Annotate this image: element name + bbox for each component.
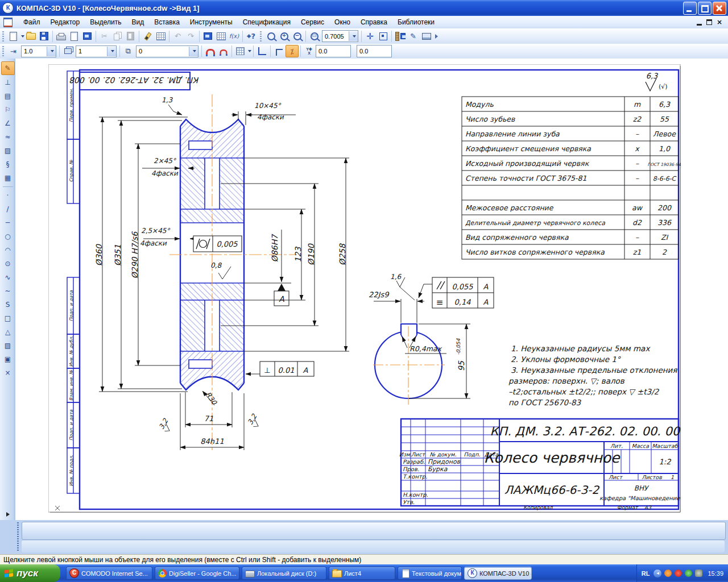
save-icon[interactable] — [38, 30, 51, 43]
toolbar-overflow-icon[interactable] — [435, 34, 438, 39]
restore-button[interactable] — [698, 2, 712, 15]
property-bar-row1[interactable] — [22, 522, 726, 540]
fx-icon[interactable]: f(x) — [228, 30, 241, 43]
parametric-icon[interactable]: ≈ — [2, 131, 14, 143]
cut-icon[interactable]: ✂ — [98, 30, 111, 43]
toolbar-grip[interactable] — [2, 31, 4, 41]
dimensions-icon[interactable]: ⊥ — [2, 76, 14, 89]
format-brush-icon[interactable] — [141, 30, 154, 43]
variables-icon[interactable] — [214, 30, 228, 43]
spec-icon[interactable]: ▦ — [2, 172, 14, 184]
taskbar-button-local-disk[interactable]: Локальный диск (D:) — [242, 567, 326, 580]
stamp-doc-number[interactable]: КП. ДМ. 32. АТ-262. 02. 00. 008 — [69, 76, 199, 85]
menu-libraries[interactable]: Библиотеки — [392, 17, 440, 27]
style-sheet-icon[interactable]: ⧉ — [122, 45, 135, 57]
spline-tool-icon[interactable]: S — [2, 298, 14, 311]
menu-tools[interactable]: Инструменты — [185, 17, 238, 27]
property-bar-grip[interactable] — [17, 522, 19, 552]
drawing-canvas[interactable]: Перв. примен. Справ. № Подп. и дата Инв.… — [15, 59, 728, 520]
screen-icon[interactable] — [420, 30, 433, 43]
angle-snap-icon[interactable]: ⁒ — [286, 45, 299, 57]
ellipse-tool-icon[interactable]: ⊙ — [2, 257, 14, 270]
annotation-icon[interactable]: ▤ — [2, 90, 14, 102]
rect-tool-icon[interactable]: □ — [2, 312, 14, 325]
step-combo[interactable]: 1.0 — [21, 45, 56, 57]
ortho-icon[interactable] — [272, 45, 286, 57]
layer-combo[interactable]: 1 — [76, 45, 117, 57]
open-icon[interactable] — [24, 30, 38, 43]
menu-select[interactable]: Выделить — [85, 17, 126, 27]
language-indicator[interactable]: RL — [642, 570, 650, 577]
pattern-tool-icon[interactable]: × — [2, 367, 14, 379]
coord-x-field[interactable]: 0.0 — [357, 45, 392, 57]
edit-pencil-icon[interactable]: ✎ — [407, 30, 420, 43]
redo-icon[interactable]: ↷ — [184, 30, 197, 43]
menu-file[interactable]: Файл — [18, 17, 46, 27]
print-icon[interactable] — [55, 30, 68, 43]
taskbar-button-list4[interactable]: Лист4 — [329, 567, 395, 580]
scale-combo[interactable]: 0.7005 — [322, 30, 358, 42]
symbols-icon[interactable]: ⚐ — [2, 103, 14, 116]
mdi-restore-icon[interactable] — [706, 19, 712, 25]
point-tool-icon[interactable]: · — [2, 189, 14, 202]
circle-tool-icon[interactable]: ○ — [2, 230, 14, 243]
style-combo[interactable]: 0 — [136, 45, 198, 57]
geometry-icon[interactable]: ✎ — [1, 61, 15, 75]
snap-magnet-icon[interactable] — [204, 45, 217, 57]
scale-dropdown-icon[interactable] — [349, 31, 358, 41]
window-manager-icon[interactable] — [201, 30, 214, 43]
polygon-tool-icon[interactable]: △ — [2, 326, 14, 338]
panel-expand-icon[interactable] — [6, 512, 10, 517]
edit-part-icon[interactable]: ∠ — [2, 117, 14, 130]
toolbar-grip[interactable] — [260, 31, 262, 41]
tray-icon-4[interactable] — [695, 569, 702, 577]
property-bar-row2[interactable] — [22, 541, 725, 552]
taskbar-button-comodo[interactable]: C COMODO Internet Se... — [66, 567, 152, 580]
coord-y-field[interactable]: 0.0 — [316, 45, 351, 57]
minimize-button[interactable] — [683, 2, 697, 15]
zoom-icon[interactable] — [264, 30, 278, 43]
start-button[interactable]: пуск — [0, 564, 60, 582]
menu-specification[interactable]: Спецификация — [238, 17, 296, 27]
pan-icon[interactable]: ✛ — [363, 30, 377, 43]
aux-line-tool-icon[interactable]: / — [2, 203, 14, 215]
send-view-icon[interactable] — [81, 30, 94, 43]
measure-icon[interactable] — [394, 30, 407, 43]
tray-icon-2[interactable] — [675, 569, 682, 577]
menu-help[interactable]: Справка — [355, 17, 392, 27]
drawing-sheet[interactable]: Перв. примен. Справ. № Подп. и дата Инв.… — [48, 64, 681, 513]
print-preview-icon[interactable] — [68, 30, 81, 43]
curve-tool-icon[interactable]: ∿ — [2, 271, 14, 284]
clock[interactable]: 15:39 — [708, 570, 723, 577]
select-icon[interactable]: § — [2, 158, 14, 171]
menu-insert[interactable]: Вставка — [149, 17, 185, 27]
taskbar-button-text-doc[interactable]: Текстовый докумен... — [398, 567, 462, 580]
menu-view[interactable]: Вид — [127, 17, 150, 27]
hatch-tool-icon[interactable]: ▨ — [2, 339, 14, 352]
menu-editor[interactable]: Редактор — [46, 17, 85, 27]
mdi-close-icon[interactable]: × — [717, 20, 722, 25]
taskbar-button-digiseller[interactable]: DigiSeller - Google Ch... — [155, 567, 239, 580]
tray-icon-3[interactable] — [685, 569, 692, 577]
taskbar-button-kompas[interactable]: К КОМПАС-3D V10 - [К... — [464, 567, 532, 580]
copy-icon[interactable] — [111, 30, 124, 43]
close-button[interactable] — [713, 2, 726, 15]
layers-icon[interactable] — [61, 45, 75, 57]
bezier-tool-icon[interactable]: ~ — [2, 285, 14, 297]
grid-icon[interactable] — [234, 45, 247, 57]
segment-tool-icon[interactable]: ─ — [2, 217, 14, 229]
menu-window[interactable]: Окно — [329, 17, 355, 27]
local-cs-icon[interactable] — [255, 45, 268, 57]
fit-all-icon[interactable] — [377, 30, 390, 43]
toolbar-grip[interactable] — [2, 46, 4, 56]
table-icon[interactable] — [154, 30, 167, 43]
undo-icon[interactable]: ↶ — [171, 30, 184, 43]
zoom-in-icon[interactable]: + — [278, 30, 291, 43]
zoom-out-icon[interactable]: − — [291, 30, 304, 43]
collect-tool-icon[interactable]: ▣ — [2, 353, 14, 365]
measure2d-icon[interactable]: ▨ — [2, 144, 14, 157]
snap-magnet2-icon[interactable] — [217, 45, 230, 57]
document-icon[interactable] — [3, 18, 13, 27]
arc-tool-icon[interactable]: ◠ — [2, 244, 14, 256]
menu-service[interactable]: Сервис — [296, 17, 329, 27]
